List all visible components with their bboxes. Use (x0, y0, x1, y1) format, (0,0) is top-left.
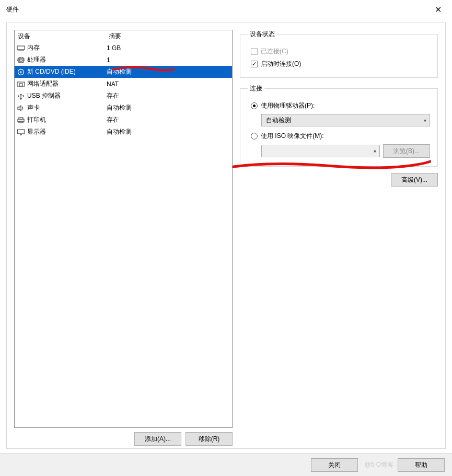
connection-group: 连接 使用物理驱动器(P): 自动检测 ▾ 使用 ISO 映像文件(M): ▾ … (240, 84, 438, 167)
list-buttons: 添加(A)... 移除(R) (14, 432, 233, 446)
help-button[interactable]: 帮助 (398, 458, 445, 472)
sound-icon (16, 104, 26, 112)
device-label: USB 控制器 (27, 91, 107, 100)
svg-rect-6 (19, 84, 22, 86)
connect-poweron-label: 启动时连接(O) (261, 60, 301, 68)
connected-checkbox-row[interactable]: 已连接(C) (251, 46, 430, 56)
device-summary: 存在 (107, 91, 232, 100)
window-title: 硬件 (6, 5, 19, 14)
device-row[interactable]: 处理器1 (15, 54, 232, 66)
left-column: 设备 摘要 内存1 GB处理器1新 CD/DVD (IDE)自动检测网络适配器N… (14, 30, 233, 441)
chevron-down-icon: ▾ (374, 148, 376, 154)
device-row[interactable]: 显示器自动检测 (15, 126, 232, 138)
physical-drive-radio[interactable] (251, 102, 258, 109)
svg-rect-5 (17, 82, 25, 86)
connect-poweron-checkbox[interactable] (251, 61, 258, 67)
main-panel: 设备 摘要 内存1 GB处理器1新 CD/DVD (IDE)自动检测网络适配器N… (6, 22, 446, 449)
advanced-button[interactable]: 高级(V)... (391, 173, 438, 187)
iso-radio-row[interactable]: 使用 ISO 映像文件(M): (251, 131, 430, 141)
device-list[interactable]: 设备 摘要 内存1 GB处理器1新 CD/DVD (IDE)自动检测网络适配器N… (14, 30, 233, 428)
header-device: 设备 (18, 32, 109, 41)
header-summary: 摘要 (109, 32, 230, 41)
connect-poweron-checkbox-row[interactable]: 启动时连接(O) (251, 59, 430, 69)
display-icon (16, 128, 26, 136)
connection-legend: 连接 (248, 84, 264, 93)
svg-rect-2 (20, 59, 22, 61)
device-summary: 1 (107, 56, 232, 64)
device-label: 新 CD/DVD (IDE) (27, 67, 107, 76)
title-bar: 硬件 ✕ (0, 0, 452, 18)
connected-label: 已连接(C) (261, 47, 288, 56)
device-row[interactable]: 新 CD/DVD (IDE)自动检测 (15, 66, 232, 78)
add-button[interactable]: 添加(A)... (134, 432, 181, 446)
physical-drive-radio-row[interactable]: 使用物理驱动器(P): (251, 100, 430, 111)
svg-rect-1 (18, 58, 24, 62)
device-row[interactable]: 打印机存在 (15, 114, 232, 126)
device-summary: 自动检测 (107, 67, 232, 76)
device-label: 打印机 (27, 115, 107, 124)
cpu-icon (16, 56, 26, 64)
iso-label: 使用 ISO 映像文件(M): (261, 132, 324, 141)
connected-checkbox[interactable] (251, 48, 258, 55)
device-summary: 1 GB (107, 44, 232, 52)
svg-rect-11 (18, 130, 25, 134)
device-summary: 自动检测 (107, 103, 232, 112)
svg-rect-9 (19, 118, 23, 119)
device-label: 显示器 (27, 127, 107, 136)
printer-icon (16, 116, 26, 124)
device-summary: 存在 (107, 115, 232, 124)
device-row[interactable]: 网络适配器NAT (15, 78, 232, 90)
device-summary: 自动检测 (107, 127, 232, 136)
device-status-legend: 设备状态 (248, 30, 277, 39)
device-label: 网络适配器 (27, 79, 107, 88)
watermark-text: @5 O博客 (364, 460, 393, 469)
device-row[interactable]: 内存1 GB (15, 42, 232, 54)
svg-point-4 (20, 71, 21, 72)
dialog-footer: 关闭 @5 O博客 帮助 (0, 453, 452, 476)
close-button[interactable]: 关闭 (311, 458, 358, 472)
nic-icon (16, 80, 26, 88)
close-icon[interactable]: ✕ (430, 4, 446, 15)
chevron-down-icon: ▾ (424, 118, 426, 123)
iso-radio[interactable] (251, 133, 258, 140)
device-label: 处理器 (27, 55, 107, 64)
iso-path-combo[interactable]: ▾ (261, 145, 380, 157)
device-status-group: 设备状态 已连接(C) 启动时连接(O) (240, 30, 438, 78)
browse-button[interactable]: 浏览(B)... (383, 144, 430, 158)
device-list-header: 设备 摘要 (15, 30, 232, 42)
disc-icon (16, 68, 26, 76)
device-row[interactable]: USB 控制器存在 (15, 90, 232, 102)
svg-point-7 (20, 98, 22, 99)
memory-icon (16, 44, 26, 52)
device-label: 声卡 (27, 103, 107, 112)
usb-icon (16, 92, 26, 100)
device-label: 内存 (27, 43, 107, 52)
physical-drive-combo-value: 自动检测 (266, 116, 291, 125)
device-row[interactable]: 声卡自动检测 (15, 102, 232, 114)
physical-drive-combo[interactable]: 自动检测 ▾ (261, 114, 430, 126)
device-summary: NAT (107, 80, 232, 88)
physical-drive-label: 使用物理驱动器(P): (261, 101, 315, 110)
remove-button[interactable]: 移除(R) (186, 432, 233, 446)
right-column: 设备状态 已连接(C) 启动时连接(O) 连接 使用物理驱动器(P): 自动检测… (240, 30, 438, 441)
svg-rect-0 (17, 46, 25, 50)
